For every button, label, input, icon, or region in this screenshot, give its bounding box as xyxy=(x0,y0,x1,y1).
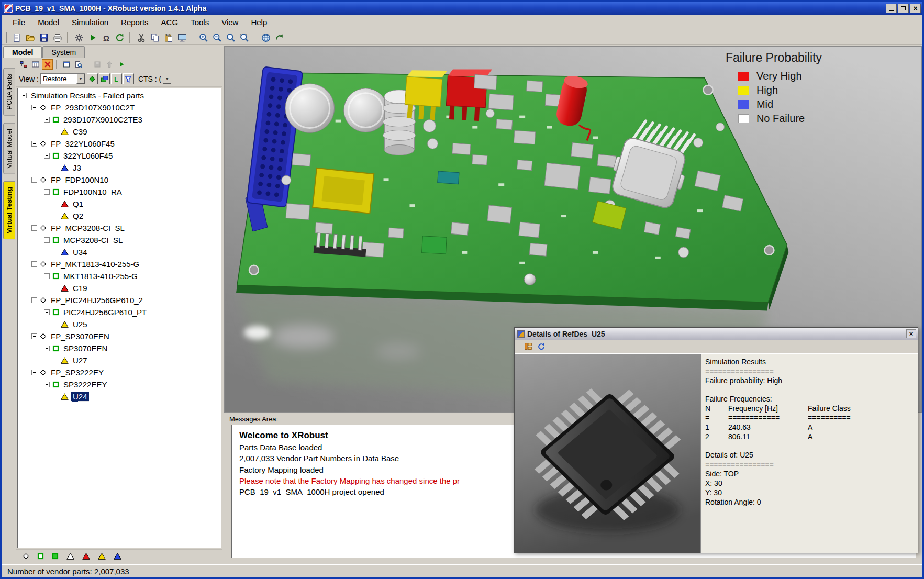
toolbar-button-zoom-in[interactable] xyxy=(197,31,210,43)
toolbar-button-screen[interactable] xyxy=(175,31,188,43)
expand-toggle[interactable] xyxy=(31,297,37,303)
toolbar-button-save[interactable] xyxy=(37,31,50,43)
tree-node-label[interactable]: FP_SP3070EEN xyxy=(49,331,111,341)
chevron-down-icon[interactable]: ▼ xyxy=(76,74,85,84)
expand-toggle[interactable] xyxy=(31,225,37,231)
minimize-button[interactable] xyxy=(886,4,897,13)
tree-node-label[interactable]: SP3222EEY xyxy=(62,380,108,389)
tree-node[interactable]: U34 xyxy=(18,246,220,258)
expand-toggle[interactable] xyxy=(44,153,50,159)
tree-node-label[interactable]: 322YL060F45 xyxy=(62,151,114,161)
menu-item-model[interactable]: Model xyxy=(32,16,65,29)
tree-node[interactable]: FP_MKT1813-410-255-G xyxy=(18,258,220,270)
tree-node-label[interactable]: Q2 xyxy=(71,211,85,221)
tree-node-label[interactable]: FP_293D107X9010C2T xyxy=(49,103,136,113)
menu-item-acg[interactable]: ACG xyxy=(155,16,184,29)
tree-node-label[interactable]: FP_MKT1813-410-255-G xyxy=(49,259,141,269)
tree-node[interactable]: C39 xyxy=(18,126,220,138)
expand-toggle[interactable] xyxy=(31,105,37,110)
tree-node-label[interactable]: U34 xyxy=(71,247,89,257)
toolbar-button-open[interactable] xyxy=(24,31,37,43)
expand-toggle[interactable] xyxy=(21,93,27,98)
menu-item-tools[interactable]: Tools xyxy=(185,16,215,29)
tab-model[interactable]: Model xyxy=(3,46,42,58)
tree-node[interactable]: FDP100N10_RA xyxy=(18,186,220,198)
tree-node-label[interactable]: FP_PIC24HJ256GP610_2 xyxy=(49,295,144,305)
tree-node-label[interactable]: Q1 xyxy=(71,199,85,209)
side-tab-pcba-parts[interactable]: PCBA Parts xyxy=(3,68,15,116)
expand-toggle[interactable] xyxy=(31,177,37,183)
toolbar-button-zoom-out[interactable] xyxy=(210,31,224,43)
expand-toggle[interactable] xyxy=(44,117,50,123)
legend-square-filled-icon[interactable] xyxy=(52,553,59,560)
legend-diamond-icon[interactable] xyxy=(23,553,29,560)
legend-triangle-red-icon[interactable] xyxy=(82,553,90,560)
expand-toggle[interactable] xyxy=(31,141,37,147)
tree-node[interactable]: U27 xyxy=(18,354,220,366)
tree-node-label[interactable]: FP_322YL060F45 xyxy=(49,139,116,149)
tree-node-label[interactable]: C39 xyxy=(71,127,89,137)
tree-node-label[interactable]: SP3070EEN xyxy=(62,343,109,353)
tree-node[interactable]: MKT1813-410-255-G xyxy=(18,270,220,282)
tree-node[interactable]: FP_PIC24HJ256GP610_2 xyxy=(18,294,220,306)
titlebar[interactable]: PCB_19_v1_SMA_1000H - XRobust version 1.… xyxy=(2,2,922,15)
expand-toggle[interactable] xyxy=(44,273,50,279)
tree-node-label[interactable]: FP_FDP100N10 xyxy=(49,175,110,185)
tree-toolbar-close-button[interactable] xyxy=(42,59,53,70)
toolbar-button-paste[interactable] xyxy=(162,31,175,43)
tree-node[interactable]: FP_SP3222EY xyxy=(18,366,220,378)
expand-toggle[interactable] xyxy=(31,261,37,267)
details-toolbar-grip[interactable] xyxy=(517,342,518,351)
tree-node[interactable]: Q1 xyxy=(18,198,220,210)
toolbar-button-omega[interactable]: Ω xyxy=(99,31,113,43)
details-layout-button[interactable] xyxy=(522,341,534,352)
expand-toggle[interactable] xyxy=(44,189,50,195)
expand-toggle[interactable] xyxy=(44,346,50,351)
toolbar-grip[interactable] xyxy=(5,32,7,43)
toolbar-button-refresh[interactable] xyxy=(113,31,126,43)
toolbar-button-redo[interactable] xyxy=(273,31,286,43)
menu-item-simulation[interactable]: Simulation xyxy=(66,16,114,29)
tree-node-label[interactable]: FP_SP3222EY xyxy=(49,368,105,377)
view-labels-button[interactable]: L xyxy=(111,73,122,84)
tree-node-label[interactable]: FDP100N10_RA xyxy=(62,187,124,197)
menu-item-file[interactable]: File xyxy=(7,16,31,29)
view-layers-button[interactable] xyxy=(99,73,110,84)
legend-triangle-yellow-icon[interactable] xyxy=(98,553,106,560)
tree-node[interactable]: Q2 xyxy=(18,210,220,222)
toolbar-button-print[interactable] xyxy=(51,31,64,43)
tree-node[interactable]: FP_293D107X9010C2T xyxy=(18,102,220,114)
tree-node-label[interactable]: PIC24HJ256GP610_PT xyxy=(62,307,148,317)
tab-system[interactable]: System xyxy=(42,46,85,58)
menu-item-reports[interactable]: Reports xyxy=(115,16,154,29)
toolbar-button-new[interactable] xyxy=(10,31,23,43)
tree-node[interactable]: FP_322YL060F45 xyxy=(18,138,220,150)
tree-node[interactable]: 293D107X9010C2TE3 xyxy=(18,114,220,126)
toolbar-button-zoom[interactable] xyxy=(224,31,237,43)
tree-node-label[interactable]: MCP3208-CI_SL xyxy=(62,235,124,245)
tree-toolbar-columns-button[interactable] xyxy=(30,59,41,70)
view-filter-button[interactable] xyxy=(123,73,134,84)
tree-node[interactable]: FP_SP3070EEN xyxy=(18,330,220,342)
cts-dropdown-arrow[interactable]: ▼ xyxy=(163,74,171,84)
tree-toolbar-hierarchy-button[interactable] xyxy=(18,59,29,70)
tree-node-label[interactable]: C19 xyxy=(71,283,89,293)
tree-toolbar-search-button[interactable] xyxy=(73,59,84,70)
toolbar-button-globe[interactable] xyxy=(259,31,272,43)
details-titlebar[interactable]: Details of RefDes U25 × xyxy=(515,328,918,340)
maximize-button[interactable] xyxy=(898,4,909,13)
tree-node[interactable]: PIC24HJ256GP610_PT xyxy=(18,306,220,318)
details-refresh-button[interactable] xyxy=(536,341,547,352)
toolbar-button-zoom-window[interactable] xyxy=(238,31,251,43)
tree-node[interactable]: MCP3208-CI_SL xyxy=(18,234,220,246)
expand-toggle[interactable] xyxy=(44,309,50,315)
menu-item-help[interactable]: Help xyxy=(245,16,273,29)
toolbar-button-settings[interactable] xyxy=(72,31,85,43)
legend-square-outline-icon[interactable] xyxy=(37,553,44,560)
tree-node[interactable]: FP_MCP3208-CI_SL xyxy=(18,222,220,234)
tree-node-label[interactable]: MKT1813-410-255-G xyxy=(62,271,139,281)
expand-toggle[interactable] xyxy=(31,333,37,339)
tree-node[interactable]: FP_FDP100N10 xyxy=(18,174,220,186)
view-fit-button[interactable] xyxy=(87,73,98,84)
tree-node[interactable]: 322YL060F45 xyxy=(18,150,220,162)
